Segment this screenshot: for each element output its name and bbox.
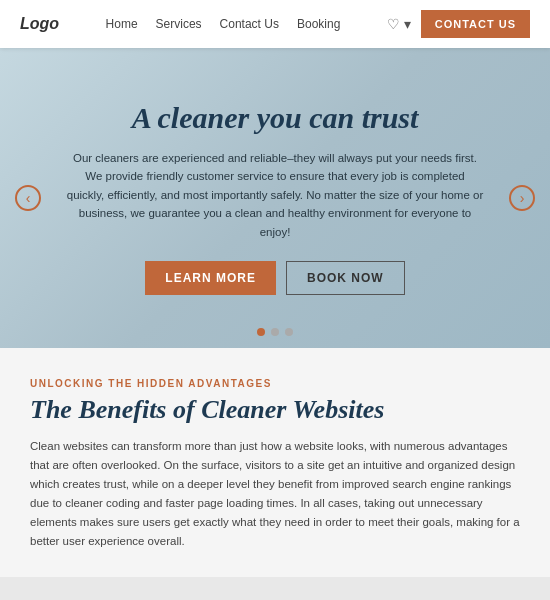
nav-services[interactable]: Services xyxy=(156,17,202,31)
hero-dot-2[interactable] xyxy=(271,328,279,336)
book-now-button[interactable]: BOOK NOW xyxy=(286,261,405,295)
hero-dots xyxy=(257,328,293,336)
nav-booking[interactable]: Booking xyxy=(297,17,340,31)
hero-content: A cleaner you can trust Our cleaners are… xyxy=(65,101,485,295)
hero-title: A cleaner you can trust xyxy=(65,101,485,135)
nav-contact[interactable]: Contact Us xyxy=(220,17,279,31)
hero-buttons: LEARN MORE BOOK NOW xyxy=(65,261,485,295)
nav-home[interactable]: Home xyxy=(106,17,138,31)
logo: Logo xyxy=(20,15,59,33)
nav-links: Home Services Contact Us Booking xyxy=(106,17,341,31)
navbar: Logo Home Services Contact Us Booking ♡ … xyxy=(0,0,550,48)
hero-arrow-left[interactable]: ‹ xyxy=(15,185,41,211)
benefits-section: UNLOCKING THE HIDDEN ADVANTAGES The Bene… xyxy=(0,348,550,577)
contact-button[interactable]: CONTACT US xyxy=(421,10,530,38)
benefits-subtitle: UNLOCKING THE HIDDEN ADVANTAGES xyxy=(30,378,520,389)
hero-dot-1[interactable] xyxy=(257,328,265,336)
benefits-title: The Benefits of Cleaner Websites xyxy=(30,395,520,425)
benefits-text: Clean websites can transform more than j… xyxy=(30,437,520,551)
hero-dot-3[interactable] xyxy=(285,328,293,336)
hero-section: ‹ A cleaner you can trust Our cleaners a… xyxy=(0,48,550,348)
hero-arrow-right[interactable]: › xyxy=(509,185,535,211)
hero-description: Our cleaners are experienced and reliabl… xyxy=(65,149,485,241)
learn-more-button[interactable]: LEARN MORE xyxy=(145,261,276,295)
heart-icon[interactable]: ♡ ▾ xyxy=(387,16,411,32)
services-section: Services Carpet Cleaning All services ar… xyxy=(0,577,550,600)
nav-right: ♡ ▾ CONTACT US xyxy=(387,10,530,38)
